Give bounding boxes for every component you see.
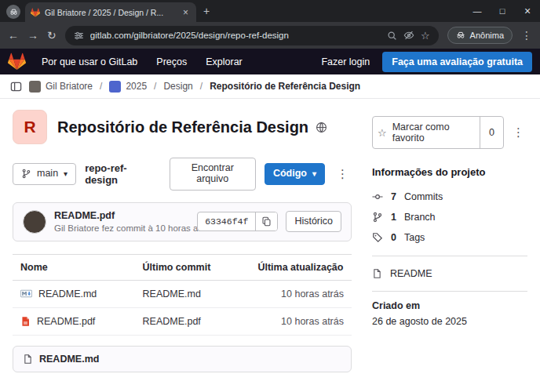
- branches-stat[interactable]: 1 Branch: [372, 207, 527, 227]
- branches-label: Branch: [404, 212, 436, 223]
- last-commit-box: README.pdf Gil Briatore fez commit à 10 …: [13, 202, 352, 241]
- table-row[interactable]: README.md README.md 10 horas atrás: [13, 280, 352, 307]
- window-maximize-button[interactable]: □: [490, 0, 515, 22]
- breadcrumb-label[interactable]: 2025: [126, 81, 147, 92]
- commit-link[interactable]: README.md: [143, 289, 201, 299]
- branch-selector[interactable]: main ▾: [13, 163, 76, 185]
- star-icon: ☆: [378, 127, 387, 139]
- breadcrumb-label[interactable]: Repositório de Referência Design: [210, 81, 360, 92]
- breadcrumb-item-user[interactable]: Gil Briatore: [29, 81, 93, 93]
- gitlab-logo-icon[interactable]: [8, 53, 26, 71]
- tab-favicon-gitlab: [31, 8, 40, 17]
- breadcrumb-label[interactable]: Gil Briatore: [46, 81, 93, 92]
- commit-info: README.pdf Gil Briatore fez commit à 10 …: [54, 210, 189, 233]
- file-link[interactable]: README.md: [38, 289, 97, 299]
- history-button[interactable]: Histórico: [286, 211, 341, 233]
- nav-link-pricing[interactable]: Preços: [148, 56, 195, 67]
- incognito-profile-icon: [6, 5, 20, 19]
- star-row: ☆ Marcar como favorito 0 ⋮: [372, 116, 527, 149]
- breadcrumb-item-group[interactable]: 2025: [109, 81, 147, 93]
- document-icon: [23, 354, 33, 365]
- nav-link-explore[interactable]: Explorar: [198, 56, 250, 67]
- breadcrumb-separator: /: [200, 81, 202, 92]
- readme-link-label[interactable]: README: [390, 268, 432, 279]
- bookmark-star-icon[interactable]: ☆: [421, 30, 430, 42]
- eye-off-icon[interactable]: [403, 30, 414, 41]
- browser-menu-icon[interactable]: ⋮: [521, 29, 532, 42]
- commit-meta: Gil Briatore fez commit à 10 horas atrás: [54, 223, 189, 233]
- breadcrumb: Gil Briatore / 2025 / Design / Repositór…: [0, 74, 540, 99]
- commit-sha[interactable]: 63346f4f: [198, 212, 255, 230]
- new-tab-button[interactable]: +: [203, 5, 210, 17]
- nav-link-why-gitlab[interactable]: Por que usar o GitLab: [34, 56, 145, 67]
- branches-count: 1: [391, 212, 396, 223]
- document-icon: [372, 268, 382, 279]
- forward-button[interactable]: →: [27, 30, 38, 41]
- readme-file-title[interactable]: README.md: [39, 354, 99, 365]
- commits-stat[interactable]: 7 Commits: [372, 187, 527, 207]
- commit-author-avatar[interactable]: [23, 210, 46, 234]
- breadcrumb-item-subgroup[interactable]: Design: [163, 81, 192, 92]
- star-count[interactable]: 0: [480, 117, 503, 148]
- find-file-button[interactable]: Encontrar arquivo: [170, 158, 256, 191]
- commit-message[interactable]: README.pdf: [54, 210, 189, 221]
- public-visibility-globe-icon: [316, 122, 327, 133]
- tags-stat[interactable]: 0 Tags: [372, 227, 527, 248]
- address-bar[interactable]: gitlab.com/gilbriatore/2025/design/repo-…: [65, 26, 439, 45]
- file-link[interactable]: README.pdf: [37, 316, 95, 327]
- group-avatar: [109, 81, 121, 93]
- table-row[interactable]: README.pdf README.pdf 10 horas atrás: [13, 307, 352, 335]
- branch-icon: [21, 169, 31, 179]
- free-trial-button[interactable]: Faça uma avaliação gratuita: [382, 52, 532, 72]
- copy-sha-button[interactable]: [255, 212, 277, 230]
- site-settings-icon[interactable]: [74, 31, 84, 41]
- login-link[interactable]: Fazer login: [312, 56, 379, 67]
- window-minimize-button[interactable]: —: [465, 0, 490, 22]
- main-column: R Repositório de Referência Design main …: [13, 108, 352, 372]
- tags-count: 0: [391, 232, 396, 243]
- window-controls: — □ ×: [465, 0, 540, 22]
- gitlab-marketing-nav: Por que usar o GitLab Preços Explorar Fa…: [0, 49, 540, 74]
- browser-tab[interactable]: Gil Briatore / 2025 / Design / R... ×: [25, 2, 196, 22]
- tag-icon: [372, 232, 383, 243]
- commits-label: Commits: [404, 191, 443, 202]
- breadcrumb-separator: /: [154, 81, 156, 92]
- chevron-down-icon: ▾: [312, 170, 316, 178]
- zoom-icon[interactable]: [387, 31, 397, 41]
- repo-options-menu-icon[interactable]: ⋮: [334, 165, 352, 183]
- markdown-file-icon: [20, 289, 32, 298]
- breadcrumb-item-current[interactable]: Repositório de Referência Design: [210, 81, 360, 92]
- reload-button[interactable]: ↻: [47, 30, 57, 41]
- column-header-name[interactable]: Nome: [13, 254, 135, 280]
- code-dropdown-button[interactable]: Código ▾: [265, 163, 325, 185]
- readme-link[interactable]: README: [372, 264, 527, 283]
- project-options-menu-icon[interactable]: ⋮: [509, 124, 527, 141]
- sidebar-divider: [372, 291, 527, 292]
- repo-name: repo-ref-design: [85, 162, 151, 186]
- created-at-date: 26 de agosto de 2025: [372, 316, 527, 327]
- user-avatar: [29, 81, 41, 93]
- project-info-heading: Informações do projeto: [372, 166, 527, 178]
- code-label: Código: [273, 169, 307, 180]
- tab-title: Gil Briatore / 2025 / Design / R...: [45, 8, 176, 17]
- column-header-last-update[interactable]: Última atualização: [250, 254, 352, 280]
- star-button[interactable]: ☆ Marcar como favorito 0: [372, 116, 504, 149]
- commits-count: 7: [391, 191, 396, 202]
- incognito-badge: Anônima: [447, 27, 513, 44]
- project-header: R Repositório de Referência Design: [13, 110, 352, 144]
- repo-toolbar: main ▾ repo-ref-design Encontrar arquivo…: [13, 158, 352, 191]
- url-text[interactable]: gitlab.com/gilbriatore/2025/design/repo-…: [90, 31, 381, 40]
- branch-icon: [372, 212, 383, 223]
- back-button[interactable]: ←: [8, 30, 19, 41]
- column-header-last-commit[interactable]: Último commit: [135, 254, 250, 280]
- window-close-button[interactable]: ×: [515, 0, 540, 22]
- sidebar-toggle-icon[interactable]: [10, 81, 22, 93]
- commit-link[interactable]: README.pdf: [143, 316, 201, 327]
- readme-section-header[interactable]: README.md: [13, 346, 352, 372]
- commit-sha-group: 63346f4f: [197, 212, 278, 231]
- branch-name: main: [37, 169, 58, 180]
- breadcrumb-label[interactable]: Design: [163, 81, 192, 92]
- tab-close-icon[interactable]: ×: [181, 7, 191, 18]
- created-at-label: Criado em: [372, 300, 527, 311]
- chevron-down-icon: ▾: [64, 170, 68, 178]
